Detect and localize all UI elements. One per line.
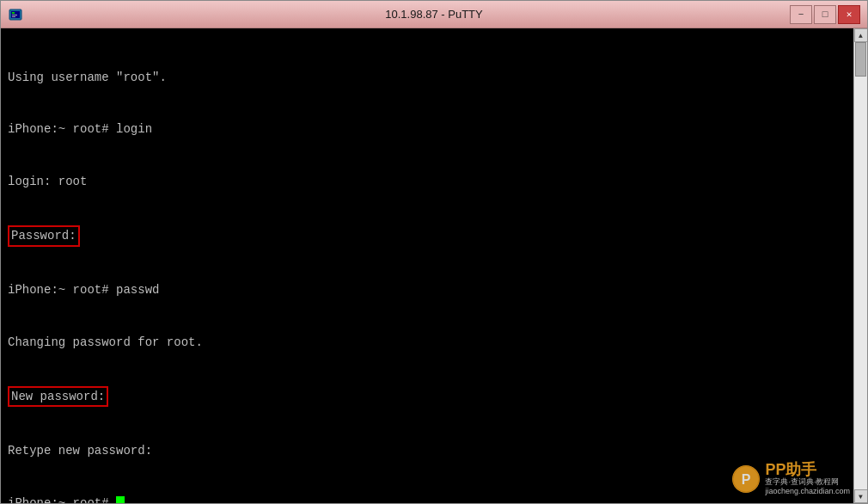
terminal-line-3: login: root [8,173,847,190]
terminal-content[interactable]: Using username "root". iPhone:~ root# lo… [1,28,853,503]
scrollbar-down-arrow[interactable]: ▼ [854,489,868,503]
terminal-container: Using username "root". iPhone:~ root# lo… [1,28,867,503]
svg-text:P: P [742,472,751,487]
window-controls: − □ ✕ [790,5,860,24]
scrollbar-track[interactable] [854,42,867,489]
terminal-line-7-newpw: New password: [8,386,847,407]
watermark-subtitle1: 查字典·查词典·教程网 [765,477,850,487]
maximize-button[interactable]: □ [814,5,836,24]
scrollbar-up-arrow[interactable]: ▲ [854,28,868,42]
svg-rect-2 [12,12,15,14]
terminal-line-2: iPhone:~ root# login [8,120,847,138]
scrollbar-thumb[interactable] [855,42,866,77]
svg-rect-3 [12,15,17,15]
terminal-line-1: Using username "root". [8,69,847,86]
terminal-line-6: Changing password for root. [8,334,847,351]
terminal-line-5: iPhone:~ root# passwd [8,281,847,298]
watermark-text: PP助手 查字典·查词典·教程网 jiaocheng.chazidian.com [765,462,850,496]
svg-rect-4 [12,16,15,17]
watermark-icon: P [732,465,760,493]
putty-icon [8,6,25,23]
close-button[interactable]: ✕ [838,5,860,24]
scrollbar: ▲ ▼ [853,28,867,503]
terminal-cursor [116,496,125,503]
newpassword-highlight: New password: [8,386,108,407]
minimize-button[interactable]: − [790,5,812,24]
terminal-line-8: Retype new password: [8,442,847,459]
window-title: 10.1.98.87 - PuTTY [385,8,482,21]
terminal-line-4-password: Password: [8,225,847,246]
title-bar-left [8,6,25,23]
watermark: P PP助手 查字典·查词典·教程网 jiaocheng.chazidian.c… [732,462,850,496]
password-highlight: Password: [8,225,80,246]
watermark-subtitle2: jiaocheng.chazidian.com [765,487,850,496]
title-bar: 10.1.98.87 - PuTTY − □ ✕ [1,1,867,28]
terminal-line-9: iPhone:~ root# [8,495,847,503]
putty-window: 10.1.98.87 - PuTTY − □ ✕ Using username … [0,0,868,504]
watermark-brand: PP助手 [765,462,850,477]
